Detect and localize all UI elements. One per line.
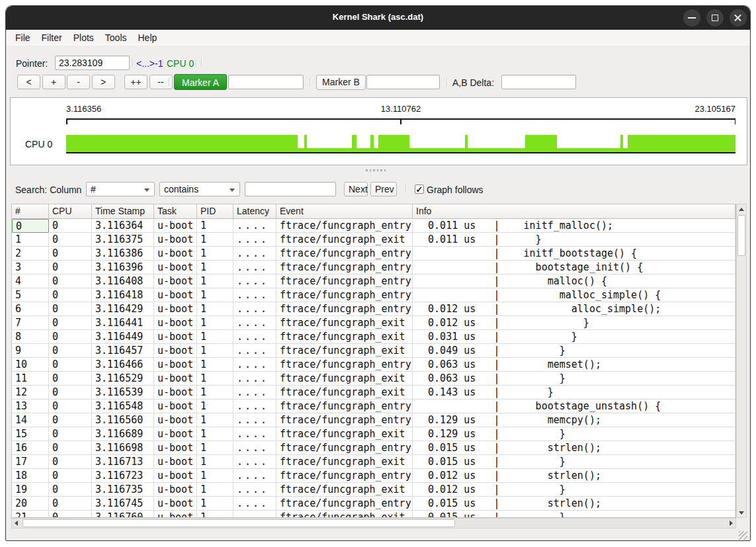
column-header-timestamp[interactable]: Time Stamp bbox=[92, 204, 154, 218]
close-button[interactable] bbox=[730, 9, 747, 26]
marker-b-field[interactable] bbox=[366, 75, 440, 89]
cell-cpu[interactable]: 0 bbox=[49, 469, 92, 483]
cell-pid[interactable]: 1 bbox=[197, 441, 233, 455]
cell-latency[interactable]: .... bbox=[233, 219, 276, 233]
table-row[interactable]: 1003.116466u-boot1....ftrace/funcgraph_e… bbox=[12, 358, 735, 372]
cell-latency[interactable]: .... bbox=[233, 274, 276, 288]
cell-timestamp[interactable]: 3.116441 bbox=[92, 316, 154, 330]
cell-event[interactable]: ftrace/funcgraph_entry bbox=[276, 274, 413, 288]
cell-pid[interactable]: 1 bbox=[197, 386, 233, 400]
cell-cpu[interactable]: 0 bbox=[49, 497, 92, 511]
table-row[interactable]: 303.116396u-boot1....ftrace/funcgraph_en… bbox=[12, 261, 735, 274]
cell-event[interactable]: ftrace/funcgraph_entry bbox=[276, 261, 413, 274]
horizontal-scroll-thumb[interactable] bbox=[22, 519, 455, 527]
cell-event[interactable]: ftrace/funcgraph_entry bbox=[276, 441, 413, 455]
cell-event[interactable]: ftrace/funcgraph_entry bbox=[276, 469, 413, 483]
cell-timestamp[interactable]: 3.116723 bbox=[92, 469, 154, 483]
cell-cpu[interactable]: 0 bbox=[49, 316, 92, 330]
cell-timestamp[interactable]: 3.116408 bbox=[92, 274, 154, 288]
cpu0-activity-bar[interactable] bbox=[66, 135, 735, 153]
cell-timestamp[interactable]: 3.116760 bbox=[92, 511, 154, 517]
cell-num[interactable]: 9 bbox=[12, 344, 49, 358]
cell-event[interactable]: ftrace/funcgraph_exit bbox=[276, 330, 413, 344]
cell-cpu[interactable]: 0 bbox=[49, 386, 92, 400]
cell-cpu[interactable]: 0 bbox=[49, 219, 92, 233]
cell-timestamp[interactable]: 3.116364 bbox=[92, 219, 154, 233]
cell-task[interactable]: u-boot bbox=[154, 469, 197, 483]
cell-task[interactable]: u-boot bbox=[154, 219, 197, 233]
cell-cpu[interactable]: 0 bbox=[49, 274, 92, 288]
cell-info[interactable]: 0.015 us | } bbox=[413, 455, 735, 469]
cell-cpu[interactable]: 0 bbox=[49, 427, 92, 441]
column-header-cpu[interactable]: CPU bbox=[49, 204, 92, 218]
table-row[interactable]: 903.116457u-boot1....ftrace/funcgraph_ex… bbox=[12, 344, 735, 358]
cell-latency[interactable]: .... bbox=[233, 511, 276, 517]
cell-timestamp[interactable]: 3.116698 bbox=[92, 441, 154, 455]
splitter-handle[interactable] bbox=[366, 169, 386, 171]
menu-item-file[interactable]: File bbox=[15, 32, 30, 43]
cell-timestamp[interactable]: 3.116418 bbox=[92, 288, 154, 302]
cell-num[interactable]: 16 bbox=[12, 441, 49, 455]
cell-info[interactable]: 0.012 us | alloc_simple(); bbox=[413, 302, 735, 316]
cell-timestamp[interactable]: 3.116560 bbox=[92, 413, 154, 427]
cell-pid[interactable]: 1 bbox=[197, 427, 233, 441]
cell-num[interactable]: 4 bbox=[12, 274, 49, 288]
cell-info[interactable]: 0.015 us | strlen(); bbox=[413, 497, 735, 511]
cell-info[interactable]: | bootstage_init() { bbox=[413, 261, 735, 274]
cell-info[interactable]: 0.143 us | } bbox=[413, 386, 735, 400]
cell-task[interactable]: u-boot bbox=[154, 372, 197, 386]
table-row[interactable]: 1403.116560u-boot1....ftrace/funcgraph_e… bbox=[12, 413, 735, 427]
cell-event[interactable]: ftrace/funcgraph_entry bbox=[276, 219, 413, 233]
table-row[interactable]: 1703.116713u-boot1....ftrace/funcgraph_e… bbox=[12, 455, 735, 469]
cell-task[interactable]: u-boot bbox=[154, 344, 197, 358]
cell-info[interactable]: 0.063 us | memset(); bbox=[413, 358, 735, 372]
table-row[interactable]: 1503.116689u-boot1....ftrace/funcgraph_e… bbox=[12, 427, 735, 441]
cell-event[interactable]: ftrace/funcgraph_exit bbox=[276, 427, 413, 441]
resize-grip[interactable] bbox=[739, 531, 747, 540]
cell-event[interactable]: ftrace/funcgraph_exit bbox=[276, 386, 413, 400]
table-row[interactable]: 2003.116745u-boot1....ftrace/funcgraph_e… bbox=[12, 497, 735, 511]
cell-num[interactable]: 15 bbox=[12, 427, 49, 441]
menu-item-tools[interactable]: Tools bbox=[105, 32, 127, 43]
search-next-button[interactable]: Next bbox=[344, 182, 368, 196]
search-prev-button[interactable]: Prev bbox=[370, 182, 397, 196]
cell-cpu[interactable]: 0 bbox=[49, 288, 92, 302]
cell-event[interactable]: ftrace/funcgraph_exit bbox=[276, 455, 413, 469]
table-row[interactable]: 603.116429u-boot1....ftrace/funcgraph_en… bbox=[12, 302, 735, 316]
cell-task[interactable]: u-boot bbox=[154, 386, 197, 400]
cell-cpu[interactable]: 0 bbox=[49, 483, 92, 497]
cell-task[interactable]: u-boot bbox=[154, 274, 197, 288]
cell-info[interactable]: 0.031 us | } bbox=[413, 330, 735, 344]
cell-num[interactable]: 3 bbox=[12, 261, 49, 274]
cell-info[interactable]: 0.129 us | memcpy(); bbox=[413, 413, 735, 427]
cell-latency[interactable]: .... bbox=[233, 413, 276, 427]
cell-num[interactable]: 5 bbox=[12, 288, 49, 302]
cell-pid[interactable]: 1 bbox=[197, 344, 233, 358]
cell-cpu[interactable]: 0 bbox=[49, 233, 92, 247]
cell-task[interactable]: u-boot bbox=[154, 497, 197, 511]
cell-timestamp[interactable]: 3.116386 bbox=[92, 247, 154, 261]
cell-latency[interactable]: .... bbox=[233, 455, 276, 469]
maximize-button[interactable] bbox=[706, 9, 724, 26]
cell-info[interactable]: 0.012 us | } bbox=[413, 483, 735, 497]
table-row[interactable]: 1903.116735u-boot1....ftrace/funcgraph_e… bbox=[12, 483, 735, 497]
cell-pid[interactable]: 1 bbox=[197, 302, 233, 316]
cell-event[interactable]: ftrace/funcgraph_entry bbox=[276, 400, 413, 413]
cell-info[interactable]: | initf_bootstage() { bbox=[413, 247, 735, 261]
cell-timestamp[interactable]: 3.116457 bbox=[92, 344, 154, 358]
cell-event[interactable]: ftrace/funcgraph_entry bbox=[276, 288, 413, 302]
minimize-button[interactable] bbox=[683, 9, 700, 26]
cell-pid[interactable]: 1 bbox=[197, 330, 233, 344]
table-row[interactable]: 003.116364u-boot1....ftrace/funcgraph_en… bbox=[12, 219, 735, 233]
cell-timestamp[interactable]: 3.116539 bbox=[92, 386, 154, 400]
cell-num[interactable]: 0 bbox=[12, 219, 49, 233]
cell-event[interactable]: ftrace/funcgraph_exit bbox=[276, 511, 413, 517]
cell-info[interactable]: | malloc_simple() { bbox=[413, 288, 735, 302]
cell-event[interactable]: ftrace/funcgraph_entry bbox=[276, 358, 413, 372]
horizontal-scrollbar[interactable] bbox=[11, 518, 736, 528]
cell-latency[interactable]: .... bbox=[233, 372, 276, 386]
cell-latency[interactable]: .... bbox=[233, 386, 276, 400]
cell-cpu[interactable]: 0 bbox=[49, 455, 92, 469]
cell-num[interactable]: 8 bbox=[12, 330, 49, 344]
cell-num[interactable]: 7 bbox=[12, 316, 49, 330]
